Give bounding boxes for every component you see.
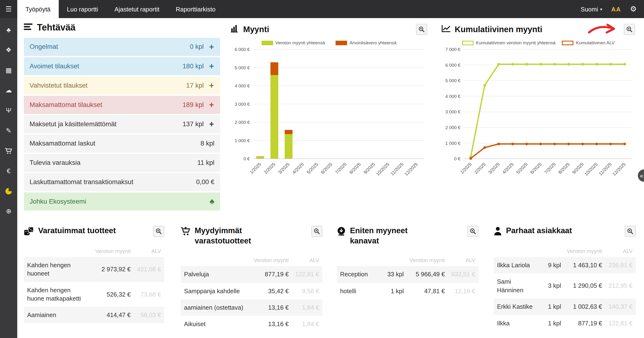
svg-text:3/2025: 3/2025	[277, 162, 290, 175]
sidebar-item-modules[interactable]: ❖	[0, 40, 17, 60]
menu-toggle-button[interactable]: ☰	[0, 0, 17, 18]
task-row[interactable]: Ongelmat0 kpl+	[24, 38, 220, 56]
legend-item: Kumulatiivinen ALV	[562, 40, 615, 45]
task-label: Maksetut ja käsittelemättömät	[30, 121, 116, 128]
svg-text:7/2025: 7/2025	[334, 162, 348, 175]
svg-text:1/2025: 1/2025	[459, 162, 473, 175]
zoom-button[interactable]	[153, 226, 164, 237]
table-row: Palveluja877,19 €122,81 €	[181, 266, 322, 283]
svg-text:12/2025: 12/2025	[612, 162, 627, 176]
table-row: aamiainen (ostettava)13,16 €1,84 €	[181, 299, 322, 316]
top-customers-panel: Parhaat asiakkaat Veroton myyntiALVIlkka…	[494, 226, 636, 331]
chart-title: Myynti	[243, 25, 269, 34]
table-row: Samppanja kahdelle35,42 €9,58 €	[181, 283, 322, 299]
tab-raporttiarkisto[interactable]: Raporttiarkisto	[168, 0, 224, 18]
club-icon: ♣	[210, 197, 214, 206]
chart-title: Kumulatiivinen myynti	[454, 25, 542, 34]
table: Veroton myyntiALVReception33 kpl5 966,49…	[337, 255, 478, 299]
plus-icon[interactable]: +	[209, 62, 214, 71]
svg-text:3 000 €: 3 000 €	[235, 102, 250, 107]
sidebar-item-spa[interactable]: ♣	[0, 20, 17, 40]
tab-ajastetut-raportit[interactable]: Ajastetut raportit	[106, 0, 168, 18]
chart-legend: Veroton myynti yhteensäArvonlisävero yht…	[231, 40, 427, 45]
sidebar-item-design[interactable]: ✎	[0, 121, 17, 141]
task-row[interactable]: Avoimet tilaukset180 kpl+	[24, 57, 220, 75]
chevrons-left-icon: «	[640, 172, 643, 179]
table-header: Veroton myyntiALV	[337, 255, 478, 266]
table-row: Ilkka1 kpl877,19 €122,81 €	[494, 315, 636, 331]
svg-text:1 000 €: 1 000 €	[235, 138, 250, 143]
line-chart-icon	[442, 25, 450, 34]
svg-text:4 000 €: 4 000 €	[445, 94, 460, 99]
task-value: 137 kpl	[182, 121, 204, 128]
chevron-down-icon: ▾	[600, 7, 602, 11]
svg-text:5/2025: 5/2025	[515, 162, 528, 175]
panel-title: Eniten myyneet kanavat	[350, 226, 435, 246]
zoom-button[interactable]	[311, 226, 322, 237]
task-row[interactable]: Maksamattomat laskut8 kpl	[24, 135, 220, 153]
sidebar-item-calendar[interactable]: ▦	[0, 60, 17, 80]
task-value: 189 kpl	[182, 101, 204, 109]
font-size-button[interactable]: AA	[611, 6, 621, 13]
tab-työpöytä[interactable]: Työpöytä	[17, 0, 58, 18]
svg-text:7 000 €: 7 000 €	[445, 47, 460, 52]
svg-text:6/2025: 6/2025	[320, 162, 333, 175]
dashboard-page: ☰ TyöpöytäLuo raporttiAjastetut raportit…	[0, 0, 644, 338]
table-header: Veroton myyntiALV	[494, 246, 636, 257]
sidebar-item-accommodation[interactable]: ☁	[0, 80, 17, 101]
task-row[interactable]: Vahvistetut tilaukset17 kpl+	[24, 77, 220, 95]
download-cloud-icon	[337, 226, 346, 236]
zoom-button[interactable]	[416, 24, 427, 35]
main-content: Tehtävää Ongelmat0 kpl+Avoimet tilaukset…	[17, 18, 644, 338]
person-icon	[494, 226, 502, 236]
svg-text:2/2025: 2/2025	[263, 162, 276, 175]
sidebar-item-dashboard[interactable]	[0, 181, 17, 201]
dice-icon	[24, 226, 34, 236]
main-tabs: TyöpöytäLuo raporttiAjastetut raportitRa…	[17, 0, 224, 18]
task-row[interactable]: Maksamattomat tilaukset189 kpl+	[24, 96, 220, 114]
svg-text:9/2025: 9/2025	[363, 162, 376, 175]
legend-item: Kumulatiivinen veroton myynti yhteensä	[462, 40, 556, 45]
table-row: Aamiainen414,47 €58,03 €	[24, 307, 164, 323]
tasks-icon	[24, 22, 33, 33]
table-row: Sami Hänninen3 kpl1 290,05 €212,95 €	[494, 273, 636, 298]
table: Veroton myyntiALVPalveluja877,19 €122,81…	[181, 255, 322, 332]
plus-icon[interactable]: +	[209, 119, 214, 129]
task-label: Maksamattomat tilaukset	[30, 101, 102, 109]
task-row[interactable]: Johku Ekosysteemi♣	[24, 192, 220, 211]
table-header: Veroton myyntiALV	[24, 246, 164, 257]
svg-text:6/2025: 6/2025	[529, 162, 542, 175]
settings-button[interactable]: ⚙	[630, 5, 636, 13]
svg-text:12/2025: 12/2025	[404, 162, 418, 176]
zoom-button[interactable]	[468, 226, 478, 237]
svg-text:0 €: 0 €	[454, 156, 460, 161]
zoom-button[interactable]	[624, 24, 635, 35]
annotation-arrow	[588, 23, 617, 36]
sidebar-item-restaurant[interactable]: Ψ	[0, 100, 17, 121]
task-value: 180 kpl	[182, 62, 204, 70]
sidebar-item-shop[interactable]	[0, 141, 17, 161]
language-selector[interactable]: Suomi ▾	[581, 6, 602, 13]
plus-icon[interactable]: +	[209, 42, 214, 52]
svg-text:8/2025: 8/2025	[557, 162, 571, 175]
sidebar-item-payments[interactable]: €	[0, 161, 17, 181]
table-row: Aikuiset13,16 €1,84 €	[181, 316, 322, 332]
task-row[interactable]: Laskuttamattomat transaktiomaksut0,00 €	[24, 173, 220, 191]
svg-text:0 €: 0 €	[244, 156, 250, 161]
task-row[interactable]: Tulevia varauksia11 kpl	[24, 154, 220, 172]
task-row[interactable]: Maksetut ja käsittelemättömät137 kpl+	[24, 115, 220, 133]
table-row: Kahden hengen huoneet2 973,92 €421,08 €	[24, 257, 164, 282]
svg-text:10/2025: 10/2025	[375, 162, 390, 176]
plus-icon[interactable]: +	[209, 100, 214, 110]
tab-luo-raportti[interactable]: Luo raportti	[59, 0, 106, 18]
sidebar: ♣❖▦☁Ψ✎€⊕	[0, 18, 17, 338]
legend-item: Veroton myynti yhteensä	[262, 40, 325, 45]
panel-title: Varatuimmat tuotteet	[38, 226, 116, 236]
svg-text:4 000 €: 4 000 €	[235, 83, 250, 88]
sidebar-item-network[interactable]: ⊕	[0, 201, 17, 221]
table-row: Kahden hengen huone matkapaketti526,32 €…	[24, 282, 164, 306]
zoom-button[interactable]	[625, 226, 636, 237]
plus-icon[interactable]: +	[209, 81, 214, 90]
tasks-title: Tehtävää	[37, 22, 76, 33]
language-label: Suomi	[581, 6, 598, 13]
